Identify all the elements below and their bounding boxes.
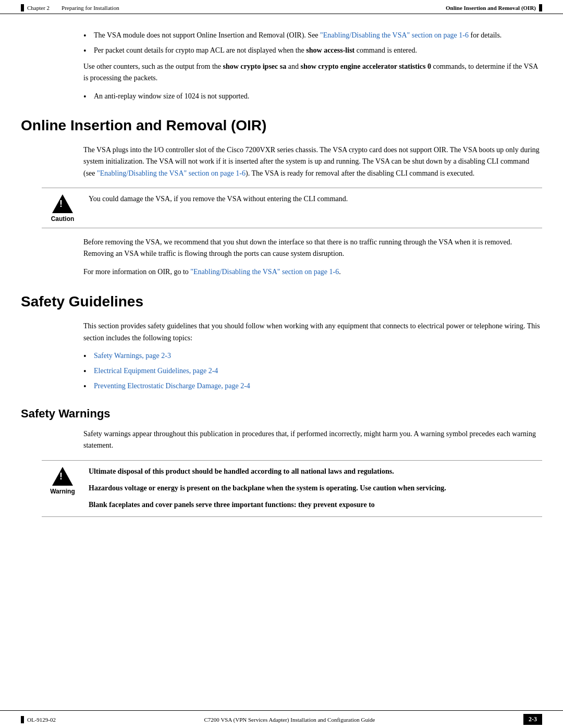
bullet-oir-text-after: for details. [469, 31, 501, 39]
caution-text: You could damage the VSA, if you remove … [89, 195, 348, 203]
bullet-packet-bold: show access-list [306, 46, 354, 54]
safety-link-item-3: Preventing Electrostatic Discharge Damag… [83, 380, 542, 391]
footer-doc-id: OL-9129-02 [27, 717, 56, 723]
header-chapter-title: Preparing for Installation [62, 5, 119, 11]
safety-guidelines-heading: Safety Guidelines [21, 293, 542, 310]
safety-warnings-para: Safety warnings appear throughout this p… [83, 428, 542, 452]
safety-warnings-link[interactable]: Safety Warnings, page 2-3 [94, 352, 171, 360]
safety-link-item-2: Electrical Equipment Guidelines, page 2-… [83, 365, 542, 376]
caution-label: Caution [51, 215, 75, 223]
header-chapter: Chapter 2 [27, 5, 50, 11]
bullet-oir-text-before: The VSA module does not support Online I… [94, 31, 320, 39]
header-right-title: Online Insertion and Removal (OIR) [446, 5, 536, 11]
page-footer: OL-9129-02 C7200 VSA (VPN Services Adapt… [0, 710, 563, 728]
header-right-bar [539, 4, 542, 11]
top-bullet-list: The VSA module does not support Online I… [83, 30, 542, 56]
more-info-after: . [339, 268, 341, 276]
footer-title: C7200 VSA (VPN Services Adapter) Install… [204, 717, 375, 723]
footer-center: C7200 VSA (VPN Services Adapter) Install… [56, 717, 523, 723]
content-area: The VSA module does not support Online I… [0, 14, 563, 557]
header-left-bar [21, 4, 24, 11]
more-info-para: For more information on OIR, go to "Enab… [83, 266, 542, 278]
show-crypto-before: Use other counters, such as the output f… [83, 63, 223, 70]
footer-left: OL-9129-02 [21, 716, 56, 723]
safety-links-list: Safety Warnings, page 2-3 Electrical Equ… [83, 350, 542, 391]
more-info-before: For more information on OIR, go to [83, 268, 190, 276]
warning-content: Ultimate disposal of this product should… [83, 466, 542, 511]
warning-label: Warning [50, 488, 75, 495]
electrical-guidelines-link[interactable]: Electrical Equipment Guidelines, page 2-… [94, 367, 218, 375]
antireplay-text: An anti-replay window size of 1024 is no… [94, 92, 249, 100]
footer-page-number: 2-3 [523, 714, 542, 725]
bullet-packet-after: command is entered. [354, 46, 417, 54]
page-header: Chapter 2 Preparing for Installation Onl… [0, 0, 563, 14]
bullet-packet-before: Per packet count details for crypto map … [94, 46, 306, 54]
bullet-item-oir: The VSA module does not support Online I… [83, 30, 542, 41]
oir-para-after: ). The VSA is ready for removal after th… [246, 169, 474, 177]
bullet-antireplay: An anti-replay window size of 1024 is no… [83, 91, 542, 102]
footer-left-bar [21, 716, 24, 723]
warning-line3: Blank faceplates and cover panels serve … [89, 499, 542, 511]
caution-box: Caution You could damage the VSA, if you… [42, 188, 542, 228]
antireplay-bullet-list: An anti-replay window size of 1024 is no… [83, 91, 542, 102]
warning-box: Warning Ultimate disposal of this produc… [42, 460, 542, 517]
warning-triangle-icon [52, 467, 73, 486]
safety-link-item-1: Safety Warnings, page 2-3 [83, 350, 542, 361]
show-crypto-middle: and [286, 63, 300, 70]
oir-para: The VSA plugs into the I/O controller sl… [83, 144, 542, 179]
show-crypto-para: Use other counters, such as the output f… [83, 61, 542, 84]
warning-line2: Hazardous voltage or energy is present o… [89, 483, 542, 494]
show-crypto-bold2: show crypto engine accelerator statistic… [300, 63, 431, 70]
show-crypto-bold1: show crypto ipsec sa [223, 63, 287, 70]
more-info-link[interactable]: "Enabling/Disabling the VSA" section on … [190, 268, 339, 276]
header-left: Chapter 2 Preparing for Installation [21, 4, 119, 11]
safety-warnings-heading: Safety Warnings [21, 407, 542, 421]
oir-heading: Online Insertion and Removal (OIR) [21, 117, 542, 134]
caution-triangle-icon [52, 194, 73, 213]
bullet-item-packet: Per packet count details for crypto map … [83, 45, 542, 56]
electrostatic-link[interactable]: Preventing Electrostatic Discharge Damag… [94, 382, 250, 390]
caution-content: You could damage the VSA, if you remove … [83, 193, 542, 205]
header-right: Online Insertion and Removal (OIR) [446, 4, 542, 11]
oir-link[interactable]: "Enabling/Disabling the VSA" section on … [97, 169, 246, 177]
before-removing-para: Before removing the VSA, we recommend th… [83, 237, 542, 260]
warning-icon-area: Warning [42, 466, 83, 495]
bullet-oir-link[interactable]: "Enabling/Disabling the VSA" section on … [320, 31, 469, 39]
safety-guidelines-para: This section provides safety guidelines … [83, 320, 542, 344]
warning-line1: Ultimate disposal of this product should… [89, 466, 542, 477]
caution-icon-area: Caution [42, 193, 83, 223]
